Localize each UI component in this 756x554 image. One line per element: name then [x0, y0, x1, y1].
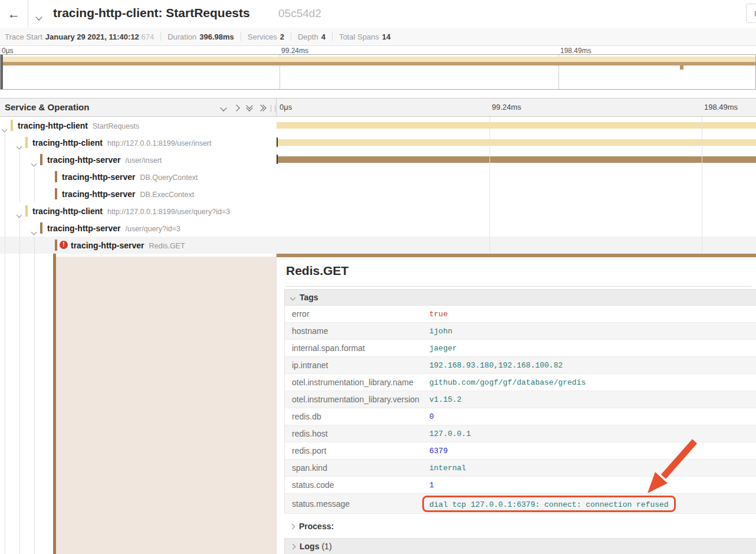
chevron-right-icon	[290, 523, 295, 529]
span-row[interactable]: tracing-http-serverDB.QueryContext	[0, 168, 756, 185]
tag-key: redis.db	[285, 412, 429, 421]
column-resizer-grip[interactable]	[271, 105, 275, 112]
span-tree-cell: tracing-http-serverDB.QueryContext	[0, 168, 276, 185]
span-detail-title: Redis.GET	[286, 264, 349, 278]
ruler-tick: 0μs	[280, 103, 292, 112]
span-row[interactable]: tracing-http-clienthttp://127.0.0.1:8199…	[0, 202, 756, 219]
status-message-highlight-box: dial tcp 127.0.0.1:6379: connect: connec…	[422, 496, 676, 512]
tree-guide	[34, 254, 35, 554]
summary-value: January 29 2021, 11:40:12	[45, 32, 139, 41]
expand-one-button[interactable]	[231, 104, 242, 112]
tag-row-status-message: status.message dial tcp 127.0.0.1:6379: …	[285, 494, 756, 514]
span-collapse-toggle[interactable]	[32, 158, 36, 168]
tag-key: ip.intranet	[285, 360, 429, 370]
span-service: tracing-http-server	[62, 189, 135, 199]
span-row[interactable]: tracing-http-server/user/insert	[0, 151, 756, 168]
tag-row: ip.intranet 192.168.93.180,192.168.100.8…	[285, 357, 756, 374]
minimap-tick-labels: 0μs 99.24ms 198.49ms	[0, 47, 756, 54]
span-detail-panel: Redis.GET Tags error true hostname ijohn…	[276, 254, 756, 554]
find-button-partial[interactable]: F	[746, 4, 756, 23]
tree-guide	[34, 237, 35, 254]
jaeger-trace-page: ← tracing-http-client: StartRequests 05c…	[0, 0, 756, 554]
selected-span-duration-bar[interactable]	[277, 254, 756, 257]
tag-key: error	[285, 309, 429, 319]
span-operation: DB.QueryContext	[140, 173, 198, 182]
timeline-gridline	[702, 117, 702, 254]
tree-guide	[5, 134, 5, 254]
tag-value: true	[429, 310, 448, 319]
span-row-selected[interactable]: ! tracing-http-serverRedis.GET	[0, 237, 756, 254]
tag-value: dial tcp 127.0.0.1:6379: connect: connec…	[429, 500, 669, 509]
tag-value: 127.0.0.1	[429, 430, 471, 438]
span-collapse-toggle[interactable]	[32, 226, 36, 237]
expand-all-button[interactable]	[258, 104, 268, 112]
collapse-one-button[interactable]	[218, 104, 229, 112]
page-title: tracing-http-client: StartRequests	[53, 6, 250, 20]
span-operation: StartRequests	[93, 122, 139, 130]
error-icon: !	[60, 241, 68, 249]
summary-value: 4	[321, 32, 326, 41]
summary-value: 2	[280, 32, 284, 41]
summary-value: 396.98ms	[199, 32, 234, 41]
tag-row: span.kind internal	[285, 460, 756, 477]
span-duration-bar[interactable]	[277, 122, 756, 129]
back-arrow-icon: ←	[8, 7, 20, 21]
timeline-minimap[interactable]	[0, 54, 756, 90]
timeline-grid-header: Service & Operation 0μs 99.24ms 198.49ms	[0, 98, 756, 117]
service-color-bar	[55, 240, 57, 251]
ruler-tick: 99.24ms	[492, 103, 521, 112]
span-collapse-toggle[interactable]	[17, 140, 21, 151]
service-color-bar	[40, 154, 42, 165]
separator	[291, 32, 291, 41]
tag-value: 6379	[429, 447, 448, 455]
collapse-all-button[interactable]	[244, 104, 255, 112]
trace-title-collapse-toggle[interactable]	[37, 11, 41, 22]
span-collapse-toggle[interactable]	[17, 209, 21, 219]
tree-guide	[34, 168, 35, 202]
span-row[interactable]: tracing-http-serverDB.ExecContext	[0, 185, 756, 202]
logs-section-header[interactable]: Logs (1)	[284, 538, 756, 554]
chevron-down-icon	[17, 212, 22, 218]
process-section-header[interactable]: Process:	[284, 518, 334, 535]
span-row[interactable]: tracing-http-server/user/query?id=3	[0, 219, 756, 237]
tag-key: span.kind	[285, 463, 429, 473]
tags-section-header[interactable]: Tags	[284, 289, 756, 306]
tag-key: redis.port	[285, 446, 429, 455]
minimap-drag-handle[interactable]	[1, 55, 3, 89]
trace-id: 05c54d2	[278, 7, 321, 20]
chevron-right-icon	[233, 104, 239, 111]
back-button[interactable]: ←	[0, 0, 28, 28]
tag-row: otel.instrumentation_library.name github…	[285, 374, 756, 391]
span-service: tracing-http-server	[62, 172, 135, 182]
chevron-down-icon	[220, 104, 226, 111]
service-color-bar	[55, 171, 57, 182]
service-color-bar	[25, 205, 28, 217]
span-duration-bar[interactable]	[278, 156, 756, 163]
chevron-down-icon	[31, 230, 37, 235]
span-duration-bar[interactable]	[278, 139, 756, 146]
span-operation: Redis.GET	[149, 242, 185, 250]
detail-row-gutter	[0, 254, 276, 554]
chevron-down-icon	[35, 14, 42, 20]
tag-value: 0	[429, 412, 434, 421]
tag-value: ijohn	[429, 327, 452, 336]
ruler-tick: 198.49ms	[704, 103, 738, 112]
span-row[interactable]: tracing-http-clientStartRequests	[0, 117, 756, 134]
tag-key: redis.host	[285, 429, 429, 438]
tag-key: status.message	[285, 499, 429, 509]
span-row[interactable]: tracing-http-clienthttp://127.0.0.1:8199…	[0, 134, 756, 151]
tag-row: hostname ijohn	[285, 323, 756, 340]
chevron-down-icon	[17, 144, 22, 150]
span-service: tracing-http-server	[47, 224, 120, 233]
detail-row-backdrop	[56, 257, 276, 554]
span-service: tracing-http-server	[71, 241, 144, 250]
span-collapse-toggle[interactable]	[2, 123, 6, 134]
span-operation: /user/insert	[125, 156, 162, 165]
span-service: tracing-http-server	[47, 155, 120, 165]
logs-section-label: Logs	[300, 542, 319, 551]
service-color-bar	[40, 222, 42, 234]
span-service: tracing-http-client	[32, 206, 103, 216]
minimap-tick: 198.49ms	[560, 47, 591, 55]
separator	[332, 32, 333, 41]
tag-value: v1.15.2	[429, 395, 462, 404]
